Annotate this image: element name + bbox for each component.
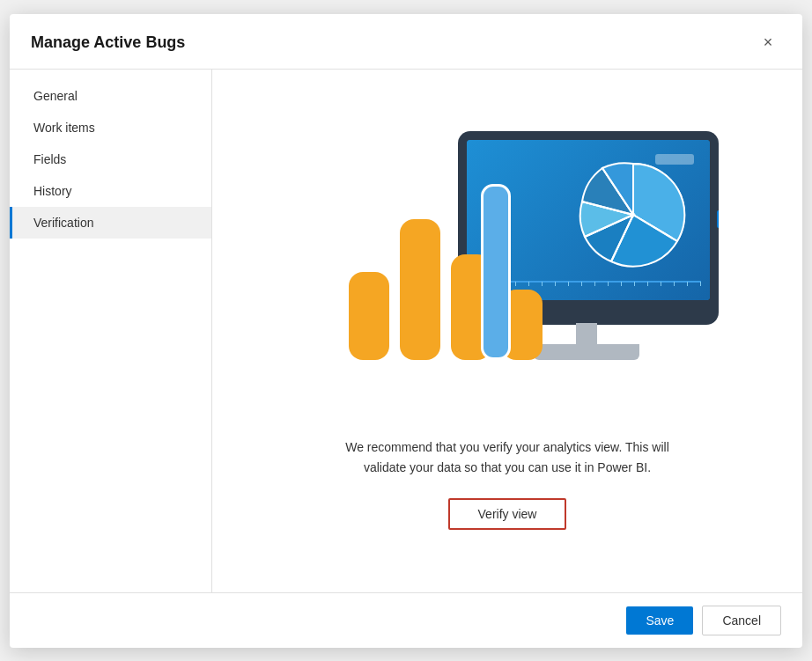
sidebar: General Work items Fields History Verifi… — [10, 70, 212, 592]
cancel-button[interactable]: Cancel — [702, 606, 781, 635]
dialog-title: Manage Active Bugs — [31, 33, 185, 52]
pie-chart-svg — [567, 149, 699, 272]
sidebar-item-verification[interactable]: Verification — [10, 207, 211, 239]
bar-2 — [400, 219, 440, 360]
tablet-stand-neck — [576, 323, 597, 344]
close-button[interactable]: × — [755, 30, 781, 56]
bar-1 — [349, 272, 389, 360]
sidebar-item-fields[interactable]: Fields — [10, 143, 211, 175]
bar-chart-illustration — [349, 219, 543, 360]
dialog-body: General Work items Fields History Verifi… — [10, 70, 802, 592]
tablet-stand — [534, 344, 639, 360]
tall-bar-illustration — [481, 184, 511, 360]
description-text: We recommend that you verify your analyt… — [345, 437, 669, 477]
verify-view-button[interactable]: Verify view — [448, 498, 567, 530]
manage-bugs-dialog: Manage Active Bugs × General Work items … — [10, 14, 802, 648]
sidebar-item-work-items[interactable]: Work items — [10, 112, 211, 143]
dialog-header: Manage Active Bugs × — [10, 14, 802, 70]
content-area: We recommend that you verify your analyt… — [212, 70, 802, 592]
sidebar-item-general[interactable]: General — [10, 80, 211, 112]
verification-illustration — [296, 131, 719, 413]
dialog-footer: Save Cancel — [10, 592, 802, 648]
save-button[interactable]: Save — [626, 606, 693, 635]
sidebar-item-history[interactable]: History — [10, 175, 211, 207]
tablet-side-button — [717, 210, 719, 228]
